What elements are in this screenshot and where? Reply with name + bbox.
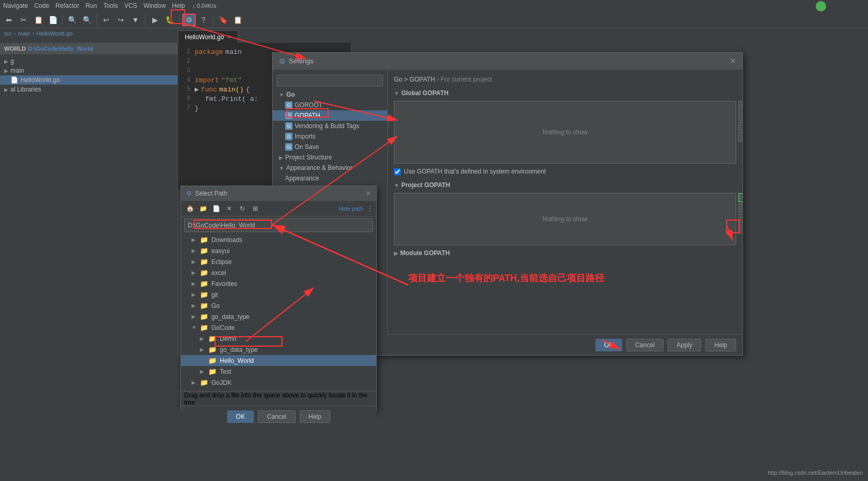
toolbar-btn-run[interactable]: ▶: [148, 14, 162, 26]
settings-tree-go[interactable]: ▼ Go: [273, 89, 387, 100]
settings-tree-vendoring[interactable]: G Vendoring & Build Tags: [273, 121, 387, 131]
project-up-button[interactable]: ↑: [738, 214, 742, 223]
sp-item-git[interactable]: ▶ 📁 git: [181, 289, 376, 300]
nothing-to-show-1: Nothing to show: [543, 129, 588, 136]
network-speed: ↓ 0.04K/s: [193, 3, 217, 9]
expand-icon: ▶: [191, 270, 197, 276]
project-tree: ▶ g ▶ main 📄 HelloWorld.go ▶ al Librarie…: [0, 54, 177, 96]
tree-item-helloworld[interactable]: 📄 HelloWorld.go: [0, 75, 177, 85]
sp-item-eclipse[interactable]: ▶ 📁 Eclipse: [181, 256, 376, 267]
sp-help-button[interactable]: Help: [300, 410, 331, 423]
sp-item-excel[interactable]: ▶ 📁 excel: [181, 267, 376, 278]
settings-close-button[interactable]: ✕: [729, 56, 736, 66]
toolbar-btn-task[interactable]: 📋: [231, 14, 244, 26]
tree-item-main[interactable]: ▶ main: [0, 66, 177, 75]
settings-tree-appearance-sub[interactable]: Appearance: [273, 173, 387, 184]
file-tab-close-icon[interactable]: ✕: [227, 34, 231, 40]
breadcrumb-src[interactable]: src: [4, 30, 12, 37]
expand-icon: ▶: [191, 314, 197, 319]
settings-title-label: Settings: [289, 57, 313, 65]
settings-tree-gopath[interactable]: G GOPATH: [273, 110, 387, 121]
sp-item-easyui[interactable]: ▶ 📁 easyui: [181, 245, 376, 256]
sp-item-go[interactable]: ▶ 📁 Go: [181, 300, 376, 311]
menu-window[interactable]: Window: [143, 2, 166, 9]
sp-refresh-button[interactable]: ↻: [236, 203, 248, 214]
sp-item-godatatype2[interactable]: ▶ 📁 go_data_type: [181, 344, 376, 355]
ok-button[interactable]: OK: [595, 339, 622, 351]
nothing-to-show-2: Nothing to show: [543, 215, 588, 223]
toolbar-btn-bookmark[interactable]: 🔖: [216, 14, 230, 26]
tree-item-libraries[interactable]: ▶ al Libraries: [0, 85, 177, 94]
settings-tree-project-structure[interactable]: ▶ Project Structure: [273, 152, 387, 163]
toolbar-btn-undo[interactable]: ↩: [99, 14, 113, 26]
global-down-button[interactable]: ↓: [738, 132, 742, 142]
breadcrumb-main[interactable]: main: [18, 30, 30, 37]
sp-ok-button[interactable]: OK: [227, 410, 254, 423]
toolbar-btn-2[interactable]: ✂: [17, 14, 30, 26]
sp-item-helloworld[interactable]: 📁 Hello_World: [181, 355, 376, 366]
sp-home-button[interactable]: 🏠: [184, 203, 196, 214]
breadcrumb-file[interactable]: HelloWorld.go: [37, 30, 73, 37]
settings-tree-onsave[interactable]: G On Save: [273, 142, 387, 152]
folder-icon: 📁: [200, 247, 208, 255]
sp-item-gojdk[interactable]: ▶ 📁 GoJDK: [181, 377, 376, 388]
sp-item-test[interactable]: ▶ 📁 Test: [181, 366, 376, 377]
toolbar-btn-debug[interactable]: 🐛: [163, 14, 176, 26]
expand-icon: ▶: [191, 259, 197, 265]
hide-path-label[interactable]: Hide path: [339, 205, 363, 212]
apply-button[interactable]: Apply: [668, 339, 701, 351]
sp-item-favorites[interactable]: ▶ 📁 Favorites: [181, 278, 376, 289]
help-button[interactable]: Help: [705, 339, 736, 351]
toolbar-btn-redo[interactable]: ↪: [114, 14, 128, 26]
global-gopath-header: ▼ Global GOPATH: [394, 89, 736, 97]
toolbar-btn-help2[interactable]: ?: [197, 14, 210, 26]
menu-code[interactable]: Code: [34, 2, 49, 9]
settings-tree-goroot[interactable]: G GOROOT: [273, 100, 387, 110]
sp-item-gocode[interactable]: ▼ 📁 GoCode: [181, 322, 376, 333]
line-num: 3: [180, 67, 190, 74]
code-brace: {: [246, 86, 250, 94]
settings-vendoring-label: Vendoring & Build Tags: [295, 122, 359, 130]
global-remove-button[interactable]: −: [738, 111, 742, 121]
toolbar-btn-search[interactable]: 🔍: [65, 14, 79, 26]
global-add-button[interactable]: +: [738, 101, 742, 110]
settings-title-bar: ⚙ Settings ✕: [273, 53, 742, 70]
sp-delete-button[interactable]: ✕: [223, 203, 235, 214]
expand-icon: ▶: [191, 303, 197, 308]
toolbar-btn-3[interactable]: 📋: [31, 14, 45, 26]
sp-item-godatatype[interactable]: ▶ 📁 go_data_type: [181, 311, 376, 322]
sp-item-demo[interactable]: ▶ 📁 Demo: [181, 333, 376, 344]
toolbar-btn-4[interactable]: 📄: [46, 14, 60, 26]
menu-vcs[interactable]: VCS: [124, 2, 137, 9]
settings-tree-appearance[interactable]: ▼ Appearance & Behavior: [273, 163, 387, 173]
sp-new-file-button[interactable]: 📄: [210, 203, 222, 214]
toolbar-btn-1[interactable]: ⬅: [2, 14, 16, 26]
menu-navigate[interactable]: Navigate: [3, 2, 28, 9]
sp-item-downloads[interactable]: ▶ 📁 Downloads: [181, 234, 376, 245]
toolbar-btn-5[interactable]: 🔍: [80, 14, 94, 26]
toolbar-btn-settings[interactable]: ⚙: [182, 14, 196, 26]
menu-refactor[interactable]: Refactor: [55, 2, 79, 9]
select-path-close-button[interactable]: ✕: [366, 190, 371, 197]
project-add-button[interactable]: +: [738, 193, 742, 202]
cancel-button[interactable]: Cancel: [626, 339, 663, 351]
global-up-button[interactable]: ↑: [738, 122, 742, 131]
settings-search-input[interactable]: [277, 75, 383, 86]
sp-new-folder-button[interactable]: 📁: [197, 203, 209, 214]
checkbox-label: Use GOPATH that's defined in system envi…: [404, 168, 546, 175]
menu-help[interactable]: Help: [172, 2, 185, 9]
menu-tools[interactable]: Tools: [103, 2, 118, 9]
use-system-gopath-checkbox[interactable]: [394, 168, 401, 175]
toolbar-btn-dropdown[interactable]: ▼: [129, 14, 142, 26]
select-path-icon: ⚙: [186, 190, 192, 197]
menu-run[interactable]: Run: [85, 2, 97, 9]
sp-expand-button[interactable]: ⊞: [250, 203, 261, 214]
file-tab-helloworld[interactable]: HelloWorld.go ✕: [178, 30, 238, 43]
tree-item-g[interactable]: ▶ g: [0, 56, 177, 66]
sp-cancel-button[interactable]: Cancel: [258, 410, 295, 423]
project-remove-button[interactable]: −: [738, 203, 742, 213]
settings-tree-imports[interactable]: G Imports: [273, 131, 387, 142]
sp-item-label: easyui: [211, 247, 230, 255]
tree-item-label: g: [10, 58, 14, 65]
project-down-button[interactable]: ↓: [738, 224, 742, 234]
